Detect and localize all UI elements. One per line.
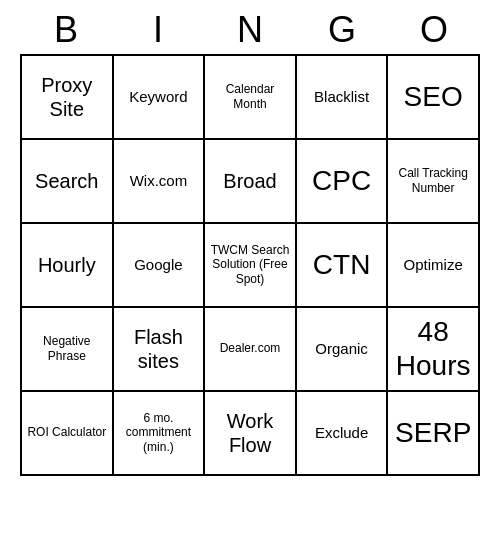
bingo-cell-21: 6 mo. commitment (min.) — [114, 392, 206, 476]
bingo-cell-19: 48 Hours — [388, 308, 480, 392]
bingo-cell-7: Broad — [205, 140, 297, 224]
bingo-cell-10: Hourly — [22, 224, 114, 308]
bingo-cell-11: Google — [114, 224, 206, 308]
bingo-grid: Proxy SiteKeywordCalendar MonthBlacklist… — [20, 54, 480, 476]
letter-i: I — [114, 10, 202, 50]
bingo-cell-17: Dealer.com — [205, 308, 297, 392]
bingo-cell-20: ROI Calculator — [22, 392, 114, 476]
bingo-cell-0: Proxy Site — [22, 56, 114, 140]
letter-b: B — [22, 10, 110, 50]
bingo-cell-1: Keyword — [114, 56, 206, 140]
bingo-cell-13: CTN — [297, 224, 389, 308]
bingo-cell-22: Work Flow — [205, 392, 297, 476]
bingo-cell-4: SEO — [388, 56, 480, 140]
bingo-cell-9: Call Tracking Number — [388, 140, 480, 224]
bingo-cell-24: SERP — [388, 392, 480, 476]
bingo-cell-8: CPC — [297, 140, 389, 224]
bingo-cell-12: TWCM Search Solution (Free Spot) — [205, 224, 297, 308]
bingo-cell-14: Optimize — [388, 224, 480, 308]
bingo-cell-15: Negative Phrase — [22, 308, 114, 392]
bingo-cell-2: Calendar Month — [205, 56, 297, 140]
bingo-cell-23: Exclude — [297, 392, 389, 476]
bingo-cell-16: Flash sites — [114, 308, 206, 392]
bingo-cell-18: Organic — [297, 308, 389, 392]
bingo-header: B I N G O — [20, 10, 480, 50]
bingo-cell-6: Wix.com — [114, 140, 206, 224]
bingo-cell-5: Search — [22, 140, 114, 224]
letter-n: N — [206, 10, 294, 50]
letter-o: O — [390, 10, 478, 50]
letter-g: G — [298, 10, 386, 50]
bingo-cell-3: Blacklist — [297, 56, 389, 140]
